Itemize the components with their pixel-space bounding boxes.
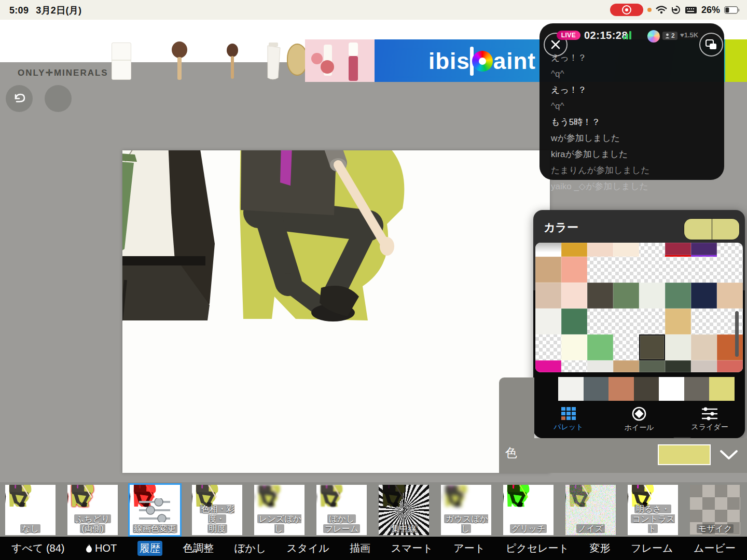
tab-スタイル[interactable]: スタイル [287, 541, 329, 555]
palette-swatch[interactable] [587, 243, 613, 257]
palette-swatch[interactable] [613, 334, 639, 360]
palette-swatch[interactable] [665, 309, 691, 334]
palette-swatch[interactable] [561, 257, 587, 283]
palette-swatch[interactable] [665, 360, 691, 372]
filter-thumbnail[interactable]: レンズぼかし [254, 485, 305, 535]
palette-swatch[interactable] [535, 309, 561, 334]
filter-thumbnail[interactable]: 明るさ・コントラスト [628, 485, 678, 535]
color-toolbar-swatch[interactable] [658, 444, 711, 465]
palette-swatch[interactable] [613, 243, 639, 257]
palette-swatch[interactable] [639, 309, 665, 334]
palette-swatch[interactable] [691, 360, 717, 372]
tab-wheel[interactable]: ホイール [611, 407, 668, 432]
tab-ムービー[interactable]: ムービー [694, 541, 736, 555]
palette-swatch[interactable] [561, 243, 587, 257]
filter-thumbnail[interactable]: モザイク [690, 485, 740, 535]
filter-thumbnail[interactable]: ガウスぼかし [441, 485, 491, 535]
filter-thumbnail[interactable]: グリッチ [503, 485, 554, 535]
history-swatch[interactable] [584, 377, 609, 401]
palette-swatch[interactable] [587, 309, 613, 334]
palette-swatch[interactable] [535, 360, 561, 372]
palette-swatch[interactable] [639, 243, 665, 257]
palette-swatch[interactable] [613, 309, 639, 334]
filter-thumbnail[interactable]: 集中線 [379, 485, 429, 535]
palette-swatch[interactable] [717, 243, 743, 257]
filter-thumbnail[interactable]: ぼかしフレーム [316, 485, 367, 535]
recording-indicator[interactable] [610, 4, 643, 16]
redo-button[interactable] [45, 85, 72, 112]
chevron-down-icon[interactable] [719, 449, 739, 461]
palette-swatch[interactable] [535, 283, 561, 309]
palette-swatch[interactable] [665, 283, 691, 309]
tab-ぼかし[interactable]: ぼかし [234, 541, 266, 555]
palette-swatch[interactable] [665, 334, 691, 360]
current-color-swatch[interactable] [684, 218, 740, 240]
history-swatch[interactable] [709, 377, 735, 401]
drawing-canvas[interactable] [122, 150, 550, 473]
palette-swatch[interactable] [613, 283, 639, 309]
undo-button[interactable] [6, 85, 33, 112]
history-swatch[interactable] [684, 377, 710, 401]
ibispaint-logo: ibis aint [428, 47, 536, 76]
avatar[interactable] [647, 30, 660, 43]
history-swatch[interactable] [634, 377, 659, 401]
viewer-count: 2 [662, 32, 677, 40]
palette-swatch[interactable] [613, 360, 639, 372]
history-swatch[interactable] [659, 377, 684, 401]
palette-swatch[interactable] [561, 283, 587, 309]
tab-sliders[interactable]: スライダー [681, 407, 738, 432]
palette-swatch[interactable] [535, 257, 561, 283]
palette-swatch[interactable] [639, 360, 665, 372]
palette-swatch[interactable] [717, 309, 743, 334]
filter-label: ぼかしフレーム [316, 514, 367, 534]
tab-アート[interactable]: アート [453, 541, 485, 555]
tab-palette[interactable]: パレット [540, 407, 597, 432]
palette-swatch[interactable] [691, 309, 717, 334]
palette-swatch[interactable] [691, 283, 717, 309]
filter-thumbnail[interactable]: 色相・彩度・明度 [192, 485, 242, 535]
battery-icon [724, 6, 740, 14]
palette-swatch[interactable] [561, 309, 587, 334]
palette-swatch[interactable] [587, 360, 613, 372]
palette-swatch[interactable] [535, 243, 561, 257]
palette-swatch[interactable] [561, 360, 587, 372]
palette-swatch[interactable] [587, 334, 613, 360]
filter-thumbnail[interactable]: ふちどり(両側) [67, 485, 118, 535]
palette-swatch[interactable] [587, 257, 613, 283]
history-swatch[interactable] [558, 377, 584, 401]
palette-swatch[interactable] [717, 283, 743, 309]
palette-swatch[interactable] [717, 257, 743, 283]
tab-ピクセレート[interactable]: ピクセレート [506, 541, 569, 555]
filter-thumbnail-strip[interactable]: なしふちどり(両側)線画色変更色相・彩度・明度レンズぼかしぼかしフレーム集中線ガ… [0, 482, 747, 537]
tab-すべて (84)[interactable]: すべて (84) [11, 541, 65, 555]
tab-色調整[interactable]: 色調整 [183, 541, 214, 555]
tab-HOT[interactable]: HOT [85, 542, 117, 554]
palette-swatch[interactable] [691, 334, 717, 360]
palette-swatch[interactable] [587, 283, 613, 309]
palette-grid[interactable] [535, 243, 743, 372]
tab-描画[interactable]: 描画 [350, 541, 370, 555]
color-history-row[interactable] [558, 377, 735, 401]
filter-thumbnail[interactable]: なし [5, 485, 56, 535]
palette-scrollbar[interactable] [735, 311, 739, 357]
palette-swatch[interactable] [613, 257, 639, 283]
palette-swatch[interactable] [717, 360, 743, 372]
palette-swatch[interactable] [691, 257, 717, 283]
palette-swatch[interactable] [717, 334, 743, 360]
tab-履歴[interactable]: 履歴 [137, 541, 162, 556]
palette-swatch[interactable] [561, 334, 587, 360]
history-swatch[interactable] [608, 377, 634, 401]
palette-swatch[interactable] [535, 334, 561, 360]
palette-swatch[interactable] [639, 257, 665, 283]
palette-swatch[interactable] [639, 283, 665, 309]
palette-swatch[interactable] [639, 334, 665, 360]
palette-swatch[interactable] [665, 257, 691, 283]
filter-thumbnail[interactable]: ノイズ [565, 485, 616, 535]
chat-message-list[interactable]: えっ！？^q^えっ！？^q^もう5時！？wが参加しましたkiraが参加しましたた… [551, 50, 717, 194]
tab-スマート[interactable]: スマート [391, 541, 433, 555]
tab-変形[interactable]: 変形 [590, 541, 611, 555]
tab-フレーム[interactable]: フレーム [631, 541, 673, 555]
filter-thumbnail[interactable]: 線画色変更 [130, 485, 180, 535]
palette-swatch[interactable] [665, 243, 691, 257]
palette-swatch[interactable] [691, 243, 717, 257]
